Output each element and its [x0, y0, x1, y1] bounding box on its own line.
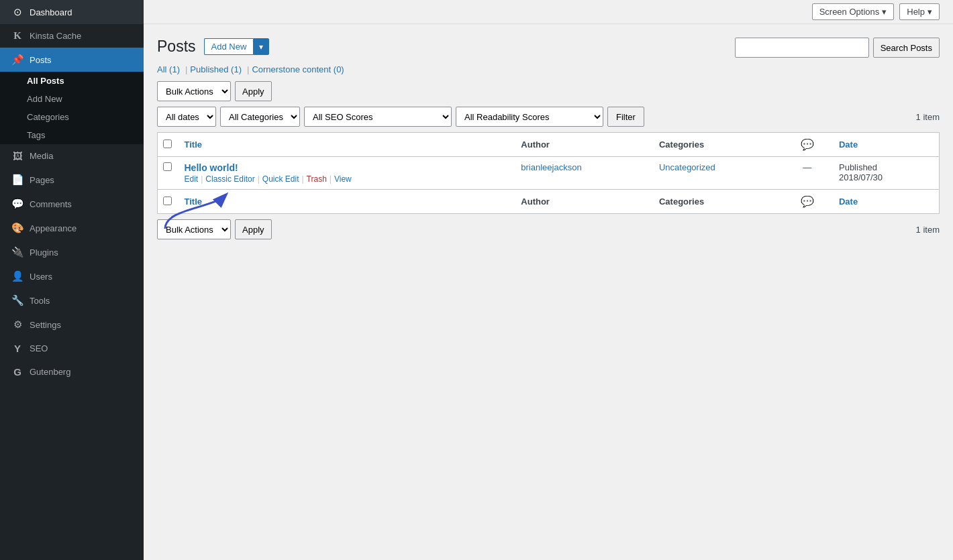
edit-link[interactable]: Edit: [185, 174, 199, 184]
dates-filter[interactable]: All dates: [157, 107, 216, 127]
posts-icon: 📌: [11, 54, 24, 66]
table-row: Hello world! Edit | Classic Editor | Qui…: [158, 157, 940, 190]
bulk-actions-select-top[interactable]: Bulk Actions: [157, 81, 231, 101]
chevron-down-icon: ▾: [927, 7, 932, 17]
search-posts-button[interactable]: Search Posts: [873, 38, 940, 58]
seo-icon: Y: [11, 343, 24, 354]
footer-title-header: Title: [178, 190, 515, 214]
sidebar-item-appearance[interactable]: 🎨 Appearance: [0, 216, 144, 240]
footer-checkbox-header: [158, 190, 178, 214]
col-header-categories: Categories: [652, 133, 783, 157]
posts-submenu: All Posts Add New Categories Tags: [0, 72, 144, 144]
category-link[interactable]: Uncategorized: [659, 162, 715, 172]
footer-select-all-checkbox[interactable]: [163, 197, 172, 205]
date-sort-link[interactable]: Date: [839, 139, 858, 150]
col-header-comments: 💬: [782, 133, 832, 157]
sidebar-item-dashboard[interactable]: ⊙ Dashboard: [0, 0, 144, 24]
filter-cornerstone-link[interactable]: Cornerstone content (0): [252, 64, 344, 74]
plugins-icon: 🔌: [11, 246, 24, 258]
post-title-link[interactable]: Hello world!: [185, 162, 508, 173]
media-icon: 🖼: [11, 150, 24, 162]
filter-published-link[interactable]: Published (1): [190, 64, 242, 74]
apply-button-bottom[interactable]: Apply: [235, 219, 272, 239]
trash-link[interactable]: Trash: [307, 174, 327, 184]
comment-bubble-icon: 💬: [801, 139, 814, 150]
comments-value: —: [803, 162, 811, 172]
pages-icon: 📄: [11, 174, 24, 186]
add-new-wrapper: Add New ▾: [204, 38, 270, 55]
footer-comment-bubble-icon: 💬: [801, 196, 814, 207]
filter-all-link[interactable]: All (1): [157, 64, 180, 74]
items-count-top: 1 item: [916, 112, 940, 122]
row-checkbox-cell: [158, 157, 178, 190]
col-header-title: Title: [178, 133, 515, 157]
content: Posts Add New ▾ Search Posts All (1): [144, 24, 953, 253]
toolbar-bottom: Bulk Actions Apply 1 item: [157, 219, 940, 239]
sidebar-item-gutenberg[interactable]: G Gutenberg: [0, 360, 144, 384]
sidebar-item-plugins[interactable]: 🔌 Plugins: [0, 240, 144, 264]
users-icon: 👤: [11, 270, 24, 282]
help-button[interactable]: Help ▾: [899, 3, 940, 20]
screen-options-button[interactable]: Screen Options ▾: [812, 3, 895, 20]
add-new-button[interactable]: Add New: [204, 38, 254, 55]
apply-button-top[interactable]: Apply: [235, 81, 272, 101]
footer-categories-header: Categories: [652, 190, 783, 214]
chevron-down-icon: ▾: [882, 7, 887, 17]
status-label: Published: [839, 162, 877, 172]
page-title: Posts: [157, 38, 196, 56]
seo-scores-filter[interactable]: All SEO Scores: [304, 107, 452, 127]
bulk-actions-select-bottom[interactable]: Bulk Actions: [157, 219, 231, 239]
table-footer-header-row: Title Author Categories 💬 Date: [158, 190, 940, 214]
tools-icon: 🔧: [11, 294, 24, 306]
toolbar-top: Bulk Actions Apply: [157, 81, 940, 101]
sidebar-item-kinsta-cache[interactable]: K Kinsta Cache: [0, 24, 144, 48]
main-area: Screen Options ▾ Help ▾ Posts Add New ▾: [144, 0, 953, 560]
title-sort-link[interactable]: Title: [185, 139, 203, 150]
sidebar-item-media[interactable]: 🖼 Media: [0, 144, 144, 168]
footer-date-link[interactable]: Date: [839, 197, 858, 207]
sidebar-item-tools[interactable]: 🔧 Tools: [0, 288, 144, 313]
author-link[interactable]: brianleejackson: [521, 162, 581, 172]
sidebar-submenu-tags[interactable]: Tags: [0, 126, 144, 144]
filter-button[interactable]: Filter: [607, 107, 644, 127]
row-date-cell: Published 2018/07/30: [832, 157, 940, 190]
sidebar-submenu-add-new[interactable]: Add New: [0, 90, 144, 108]
sidebar-submenu-categories[interactable]: Categories: [0, 108, 144, 126]
footer-title-link[interactable]: Title: [185, 197, 203, 207]
sidebar-item-settings[interactable]: ⚙ Settings: [0, 313, 144, 337]
sidebar-item-comments[interactable]: 💬 Comments: [0, 192, 144, 216]
sidebar-submenu-all-posts[interactable]: All Posts: [0, 72, 144, 90]
sidebar-item-seo[interactable]: Y SEO: [0, 337, 144, 360]
readability-scores-filter[interactable]: All Readability Scores: [456, 107, 603, 127]
items-count-bottom: 1 item: [916, 225, 940, 235]
date-value: 2018/07/30: [839, 172, 883, 182]
search-area: Search Posts: [735, 38, 940, 58]
add-new-dropdown-button[interactable]: ▾: [253, 38, 269, 55]
comments-icon: 💬: [11, 198, 24, 210]
select-all-checkbox[interactable]: [163, 139, 172, 148]
col-header-author: Author: [514, 133, 652, 157]
filter-links: All (1) | Published (1) | Cornerstone co…: [157, 64, 940, 74]
row-checkbox[interactable]: [163, 162, 172, 171]
table-header-row: Title Author Categories 💬 Date: [158, 133, 940, 157]
sidebar-item-pages[interactable]: 📄 Pages: [0, 168, 144, 192]
select-all-header: [158, 133, 178, 157]
sidebar-item-posts[interactable]: 📌 Posts: [0, 48, 144, 72]
gutenberg-icon: G: [11, 366, 24, 378]
classic-editor-link[interactable]: Classic Editor: [205, 174, 254, 184]
page-header-row: Posts Add New ▾ Search Posts: [157, 38, 940, 58]
categories-filter[interactable]: All Categories: [220, 107, 300, 127]
search-posts-input[interactable]: [735, 38, 869, 58]
view-link[interactable]: View: [334, 174, 352, 184]
row-comments-cell: —: [782, 157, 832, 190]
sidebar: ⊙ Dashboard K Kinsta Cache 📌 Posts All P…: [0, 0, 144, 560]
sidebar-item-users[interactable]: 👤 Users: [0, 264, 144, 288]
row-author-cell: brianleejackson: [514, 157, 652, 190]
quick-edit-link[interactable]: Quick Edit: [262, 174, 299, 184]
dashboard-icon: ⊙: [11, 6, 24, 18]
posts-table: Title Author Categories 💬 Date: [157, 132, 940, 214]
row-categories-cell: Uncategorized: [652, 157, 783, 190]
kinsta-icon: K: [11, 30, 24, 42]
col-header-date: Date: [832, 133, 940, 157]
row-title-cell: Hello world! Edit | Classic Editor | Qui…: [178, 157, 515, 190]
